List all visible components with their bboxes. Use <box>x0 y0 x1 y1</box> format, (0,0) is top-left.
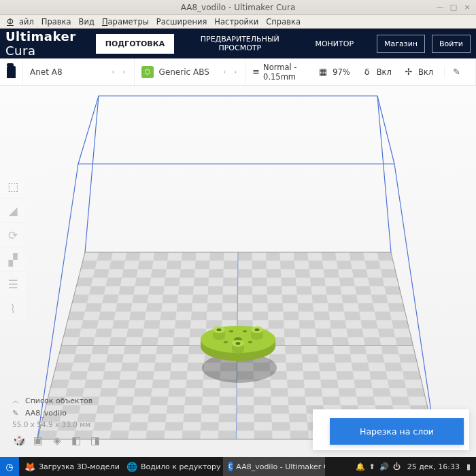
adhesion-value: Вкл <box>418 67 433 77</box>
taskbar-item-firefox-1[interactable]: 🦊 Загрузка 3D-модели — Mo… <box>19 457 121 476</box>
menu-settings[interactable]: Настройки <box>211 16 261 28</box>
window-titlebar: AA8_vodilo - Ultimaker Cura — □ × <box>0 0 476 15</box>
object-list-panel: ︿ Список объектов ✎ AA8_vodilo 55.0 x 54… <box>12 396 102 447</box>
printer-name: Anet A8 <box>30 67 63 77</box>
object-dimensions: 55.0 x 54.9 x 33.0 мм <box>12 420 102 428</box>
network-icon[interactable]: ⬆ <box>369 462 375 471</box>
window-maximize-button[interactable]: □ <box>449 2 458 12</box>
start-menu-button[interactable]: ◷ <box>0 457 19 476</box>
menu-extensions[interactable]: Расширения <box>154 16 210 28</box>
adhesion-icon: ✢ <box>403 67 415 77</box>
infill-icon: ▦ <box>317 67 329 77</box>
tool-sidebar: ⬚ ◢ ⟳ ▞ ☰ ⌇ <box>0 174 26 321</box>
slice-button[interactable]: Нарезка на слои <box>330 418 464 445</box>
tool-mirror[interactable]: ▞ <box>0 248 26 272</box>
chevron-right-icon: › <box>122 68 127 75</box>
edit-settings-icon[interactable]: ✎ <box>444 67 469 77</box>
menu-file[interactable]: Файл <box>4 16 37 28</box>
window-title: AA8_vodilo - Ultimaker Cura <box>181 3 296 12</box>
chevron-up-icon: ︿ <box>12 396 21 406</box>
marketplace-button[interactable]: Магазин <box>377 35 425 53</box>
view-top-button[interactable]: ◈ <box>50 434 64 447</box>
cura-icon: C <box>228 462 233 471</box>
layers-icon: ≡ <box>252 67 260 77</box>
taskbar-item-browser-2[interactable]: 🌐 Водило к редуктору мясор… <box>121 457 223 476</box>
taskbar-item-cura[interactable]: C AA8_vodilo - Ultimaker Cura <box>223 457 325 476</box>
support-icon: ẟ <box>361 67 373 77</box>
view-3d-button[interactable]: 🎲 <box>12 434 26 447</box>
menu-help[interactable]: Справка <box>263 16 303 28</box>
material-selector[interactable]: ⬡ Generic ABS ‹ › <box>135 58 246 85</box>
chevron-right-icon: › <box>233 68 238 75</box>
infill-value: 97% <box>333 67 350 77</box>
view-front-button[interactable]: ▣ <box>31 434 45 447</box>
stage-prepare-tab[interactable]: ПОДГОТОВКА <box>96 34 174 54</box>
system-tray: 🔔 ⬆ 🔊 ⏻ 25 дек, 16:33 ▮ <box>350 462 477 471</box>
config-bar: Anet A8 ‹ › ⬡ Generic ABS ‹ › ≡ Normal -… <box>0 58 476 86</box>
stage-monitor-tab[interactable]: МОНИТОР <box>305 34 363 54</box>
tool-rotate[interactable]: ⟳ <box>0 223 26 248</box>
material-badge-icon: ⬡ <box>141 66 154 78</box>
object-name: AA8_vodilo <box>25 409 67 418</box>
tool-scale[interactable]: ◢ <box>0 199 26 223</box>
tool-permodel[interactable]: ☰ <box>0 272 26 296</box>
view-left-button[interactable]: ◧ <box>69 434 83 447</box>
menu-view[interactable]: Вид <box>76 16 97 28</box>
chevron-left-icon: ‹ <box>222 68 227 75</box>
volume-icon[interactable]: 🔊 <box>379 462 389 471</box>
app-logo: Ultimaker Cura <box>5 29 89 58</box>
window-minimize-button[interactable]: — <box>435 2 445 12</box>
viewport-3d[interactable]: ⬚ ◢ ⟳ ▞ ☰ ⌇ ︿ Список объектов ✎ AA8_vodi… <box>0 86 476 457</box>
brand-bar: Ultimaker Cura ПОДГОТОВКА ПРЕДВАРИТЕЛЬНЫ… <box>0 29 476 58</box>
show-desktop-icon[interactable]: ▮ <box>466 462 471 471</box>
clock[interactable]: 25 дек, 16:33 <box>405 462 462 471</box>
open-file-button[interactable] <box>0 58 23 85</box>
menu-params[interactable]: Параметры <box>99 16 152 28</box>
menu-edit[interactable]: Правка <box>39 16 74 28</box>
task-title: Загрузка 3D-модели — Mo… <box>39 462 121 471</box>
folder-icon <box>7 66 16 78</box>
print-settings-selector[interactable]: ≡ Normal - 0.15mm ▦ 97% ẟ Вкл ✢ Вкл ✎ <box>245 58 476 85</box>
eye-icon[interactable]: ✎ <box>12 409 21 418</box>
material-name: Generic ABS <box>159 67 209 77</box>
view-right-button[interactable]: ◨ <box>88 434 102 447</box>
task-title: AA8_vodilo - Ultimaker Cura <box>236 462 325 471</box>
login-button[interactable]: Войти <box>432 35 471 53</box>
window-close-button[interactable]: × <box>462 2 472 12</box>
os-taskbar: ◷ 🦊 Загрузка 3D-модели — Mo… 🌐 Водило к … <box>0 457 476 476</box>
tool-support-blocker[interactable]: ⌇ <box>0 296 26 321</box>
object-list-header: Список объектов <box>25 396 92 405</box>
profile-name: Normal - 0.15mm <box>263 63 301 82</box>
menu-bar: Файл Правка Вид Параметры Расширения Нас… <box>0 15 476 29</box>
notification-icon[interactable]: 🔔 <box>356 462 365 471</box>
chevron-left-icon: ‹ <box>111 68 116 75</box>
object-list-toggle[interactable]: ︿ Список объектов <box>12 396 102 406</box>
power-icon[interactable]: ⏻ <box>393 462 401 471</box>
printer-selector[interactable]: Anet A8 ‹ › <box>23 58 135 85</box>
object-list-item[interactable]: ✎ AA8_vodilo <box>12 409 102 418</box>
firefox-icon: 🦊 <box>24 462 35 472</box>
tool-move[interactable]: ⬚ <box>0 174 26 199</box>
support-value: Вкл <box>377 67 392 77</box>
task-title: Водило к редуктору мясор… <box>141 462 223 471</box>
globe-icon: 🌐 <box>126 462 137 472</box>
stage-preview-tab[interactable]: ПРЕДВАРИТЕЛЬНЫЙ ПРОСМОТР <box>181 29 299 58</box>
